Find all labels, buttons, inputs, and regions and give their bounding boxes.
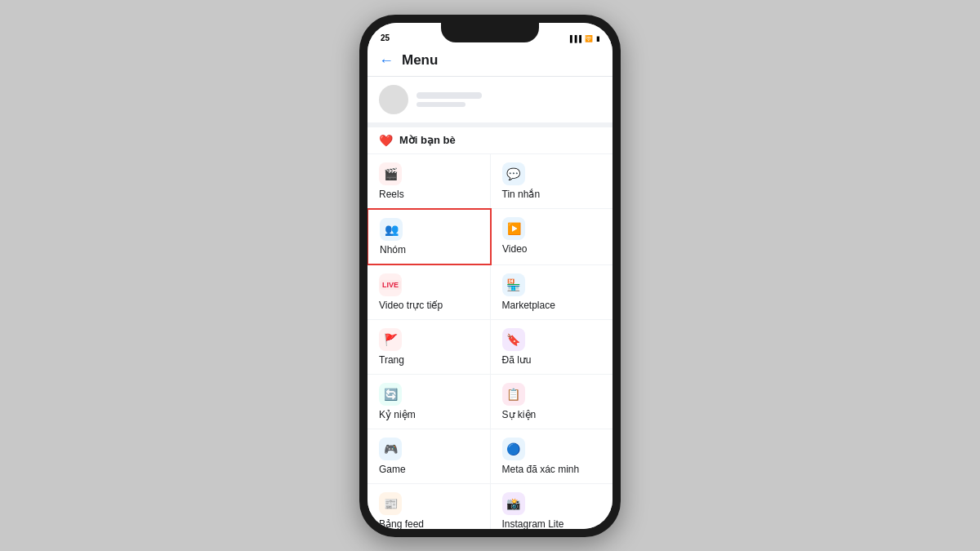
status-time: 25 [381,33,390,42]
menu-item-video[interactable]: ▶️ Video [491,209,612,264]
trang-icon: 🚩 [379,328,402,351]
trang-label: Trang [379,354,479,366]
notch [441,23,539,42]
nhom-icon: 👥 [380,218,403,241]
live-icon: LIVE [379,273,402,296]
back-button[interactable]: ← [379,52,394,69]
phone-screen: 25 ▐▐▐ 🛜 ▮ ← Menu [368,23,612,529]
grid-row-4: 🚩 Trang 🔖 Đã lưu [368,320,612,375]
marketplace-label: Marketplace [502,300,602,311]
grid-row-3: LIVE Video trực tiếp 🏪 Marketplace [368,265,612,320]
reels-label: Reels [379,189,479,200]
status-icons: ▐▐▐ 🛜 ▮ [568,35,599,42]
su-kien-icon: 📋 [502,383,525,406]
ky-niem-label: Kỷ niệm [379,409,479,420]
menu-item-su-kien[interactable]: 📋 Sự kiện [491,375,613,429]
grid-row-1: 🎬 Reels 💬 Tin nhắn [368,154,612,209]
menu-grid: 🎬 Reels 💬 Tin nhắn 👥 [368,154,612,529]
wifi-icon: 🛜 [585,35,593,42]
name-placeholder [416,92,482,99]
marketplace-icon: 🏪 [502,273,525,296]
menu-item-video-truc-tiep[interactable]: LIVE Video trực tiếp [368,265,491,319]
heart-icon: ❤️ [379,134,393,147]
instagram-icon: 📸 [502,492,525,515]
menu-item-tin-nhan[interactable]: 💬 Tin nhắn [491,154,613,208]
da-luu-icon: 🔖 [502,328,525,351]
friends-label: Mời bạn bè [399,134,456,146]
video-truc-tiep-label: Video trực tiếp [379,300,479,311]
profile-area [368,77,612,122]
menu-item-nhom[interactable]: 👥 Nhóm [368,208,492,265]
menu-item-game[interactable]: 🎮 Game [368,429,491,483]
game-icon: 🎮 [379,438,402,460]
menu-item-ky-niem[interactable]: 🔄 Kỷ niệm [368,375,491,429]
app-header: ← Menu [368,46,612,77]
avatar [379,85,408,114]
battery-icon: ▮ [596,35,599,42]
tin-nhan-icon: 💬 [502,162,525,185]
page-title: Menu [402,52,438,69]
nhom-label: Nhóm [380,244,479,256]
menu-item-instagram-lite[interactable]: 📸 Instagram Lite [491,484,613,529]
menu-item-reels[interactable]: 🎬 Reels [368,154,491,208]
ky-niem-icon: 🔄 [379,383,402,406]
sub-placeholder [416,102,466,107]
tin-nhan-label: Tin nhắn [502,189,602,200]
meta-icon: 🔵 [502,438,525,460]
game-label: Game [379,464,479,475]
grid-row-7: 📰 Bảng feed 📸 Instagram Lite [368,484,612,529]
menu-item-trang[interactable]: 🚩 Trang [368,320,491,374]
signal-icon: ▐▐▐ [568,35,581,42]
instagram-lite-label: Instagram Lite [502,518,602,529]
da-luu-label: Đã lưu [502,354,602,366]
bang-feed-label: Bảng feed [379,518,479,529]
phone-frame: 25 ▐▐▐ 🛜 ▮ ← Menu [359,15,621,537]
grid-row-6: 🎮 Game 🔵 Meta đã xác minh [368,429,612,484]
video-label: Video [502,243,601,255]
menu-item-meta-xac-minh[interactable]: 🔵 Meta đã xác minh [491,429,613,483]
reels-icon: 🎬 [379,162,402,185]
su-kien-label: Sự kiện [502,409,602,420]
video-icon: ▶️ [502,217,525,240]
grid-row-5: 🔄 Kỷ niệm 📋 Sự kiện [368,375,612,429]
menu-item-marketplace[interactable]: 🏪 Marketplace [491,265,613,319]
menu-item-da-luu[interactable]: 🔖 Đã lưu [491,320,613,374]
friends-section-header[interactable]: ❤️ Mời bạn bè [368,127,612,153]
grid-row-2: 👥 Nhóm ▶️ Video [368,209,612,265]
feed-icon: 📰 [379,492,402,515]
menu-item-bang-feed[interactable]: 📰 Bảng feed [368,484,491,529]
meta-xac-minh-label: Meta đã xác minh [502,464,602,475]
scroll-content[interactable]: ❤️ Mời bạn bè 🎬 Reels 💬 [368,77,612,529]
